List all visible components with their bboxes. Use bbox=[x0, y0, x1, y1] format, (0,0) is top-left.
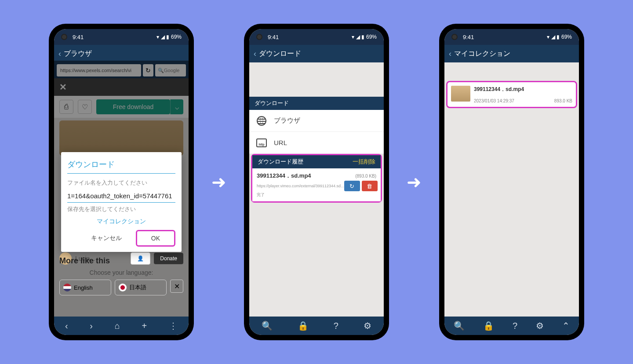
history-highlight: ダウンロード履歴 一括削除 399112344．sd.mp4 (893.0 KB… bbox=[251, 154, 382, 203]
back-icon[interactable]: ‹ bbox=[254, 49, 256, 58]
file-size: 893.0 KB bbox=[554, 98, 572, 103]
ok-button[interactable]: OK bbox=[136, 230, 175, 247]
bottom-nav: 🔍 🔒 ? ⚙ ⌃ bbox=[444, 317, 579, 335]
camera-icon bbox=[61, 34, 67, 40]
lang-english[interactable]: English bbox=[59, 280, 111, 295]
nav-help-icon[interactable]: ? bbox=[334, 321, 338, 331]
http-icon: http bbox=[256, 138, 267, 147]
app-header: ‹ マイコレクション bbox=[444, 45, 579, 62]
nav-lock-icon[interactable]: 🔒 bbox=[298, 320, 309, 331]
history-item[interactable]: 399112344．sd.mp4 (893.0 KB) https://play… bbox=[252, 168, 381, 201]
arrow-icon: ➜ bbox=[211, 172, 226, 192]
globe-icon bbox=[257, 116, 266, 126]
jp-flag-icon bbox=[119, 284, 127, 291]
phone-1: 9:41 ▾ ◢ ▮69% ‹ ブラウザ https://www.pexels.… bbox=[49, 24, 194, 340]
filename-label: ファイル名を入力してください bbox=[67, 179, 175, 187]
download-dialog: ダウンロード ファイル名を入力してください 保存先を選択してください マイコレク… bbox=[61, 152, 182, 252]
nav-search-icon[interactable]: 🔍 bbox=[454, 320, 465, 331]
menu-url[interactable]: http URL bbox=[249, 132, 384, 154]
header-title: マイコレクション bbox=[454, 49, 510, 58]
app-header: ‹ ダウンロード bbox=[249, 45, 384, 62]
dialog-title: ダウンロード bbox=[67, 159, 175, 170]
collection-item[interactable]: 399112344．sd.mp4 2023/01/03 14:29:37 893… bbox=[446, 81, 577, 108]
file-name: 399112344．sd.mp4 bbox=[474, 86, 572, 93]
bottom-nav: 🔍 🔒 ? ⚙ bbox=[249, 317, 384, 335]
menu-browser[interactable]: ブラウザ bbox=[249, 110, 384, 132]
status-bar: 9:41 ▾ ◢ ▮69% bbox=[444, 29, 579, 45]
status-bar: 9:41 ▾ ◢ ▮69% bbox=[249, 29, 384, 45]
lang-japanese[interactable]: 日本語 bbox=[115, 280, 167, 295]
header-title: ブラウザ bbox=[64, 49, 92, 58]
choose-language-label: Choose your language: bbox=[59, 269, 183, 276]
cancel-button[interactable]: キャンセル bbox=[80, 230, 132, 247]
nav-settings-icon[interactable]: ⚙ bbox=[364, 320, 371, 331]
my-collection-link[interactable]: マイコレクション bbox=[67, 218, 175, 226]
nav-search-icon[interactable]: 🔍 bbox=[262, 320, 273, 331]
close-lang-icon[interactable]: ✕ bbox=[170, 280, 183, 293]
nav-lock-icon[interactable]: 🔒 bbox=[483, 320, 494, 331]
bottom-nav: ‹ › ⌂ + ⋮ bbox=[54, 317, 189, 335]
us-flag-icon bbox=[63, 284, 71, 291]
back-icon[interactable]: ‹ bbox=[449, 49, 451, 58]
video-thumbnail bbox=[451, 86, 470, 102]
nav-menu-icon[interactable]: ⋮ bbox=[169, 320, 178, 331]
delete-button[interactable]: 🗑 bbox=[362, 181, 378, 191]
destination-label: 保存先を選択してください bbox=[67, 205, 175, 213]
filename-input[interactable] bbox=[67, 189, 175, 203]
app-header: ‹ ブラウザ bbox=[54, 45, 189, 62]
more-like-this-title: More like this bbox=[59, 256, 183, 266]
nav-forward-icon[interactable]: › bbox=[90, 321, 93, 331]
file-name: 399112344．sd.mp4 bbox=[257, 172, 311, 180]
arrow-icon: ➜ bbox=[407, 172, 422, 192]
status-bar: 9:41 ▾ ◢ ▮69% bbox=[54, 29, 189, 45]
nav-up-icon[interactable]: ⌃ bbox=[562, 320, 570, 331]
retry-button[interactable]: ↻ bbox=[344, 181, 360, 191]
nav-settings-icon[interactable]: ⚙ bbox=[536, 320, 544, 331]
nav-home-icon[interactable]: ⌂ bbox=[115, 321, 120, 331]
status-done: 完了 bbox=[257, 192, 376, 198]
back-icon[interactable]: ‹ bbox=[58, 49, 61, 58]
camera-icon bbox=[451, 34, 458, 40]
section-history: ダウンロード履歴 一括削除 bbox=[252, 155, 381, 168]
header-title: ダウンロード bbox=[259, 49, 301, 58]
file-date: 2023/01/03 14:29:37 bbox=[474, 98, 514, 103]
more-section: More like this Choose your language: Eng… bbox=[59, 256, 183, 295]
nav-back-icon[interactable]: ‹ bbox=[65, 321, 68, 331]
camera-icon bbox=[256, 34, 262, 40]
phone-2: 9:41 ▾ ◢ ▮69% ‹ ダウンロード ダウンロード ブラウザ http … bbox=[244, 24, 389, 340]
nav-plus-icon[interactable]: + bbox=[142, 321, 147, 331]
file-source-url: https://player.vimeo.com/external/399112… bbox=[257, 184, 344, 188]
section-download: ダウンロード bbox=[249, 97, 384, 110]
batch-delete-button[interactable]: 一括削除 bbox=[353, 158, 375, 166]
file-size: (893.0 KB) bbox=[355, 174, 376, 178]
phone-3: 9:41 ▾ ◢ ▮69% ‹ マイコレクション 399112344．sd.mp… bbox=[439, 24, 584, 340]
nav-help-icon[interactable]: ? bbox=[513, 321, 517, 331]
